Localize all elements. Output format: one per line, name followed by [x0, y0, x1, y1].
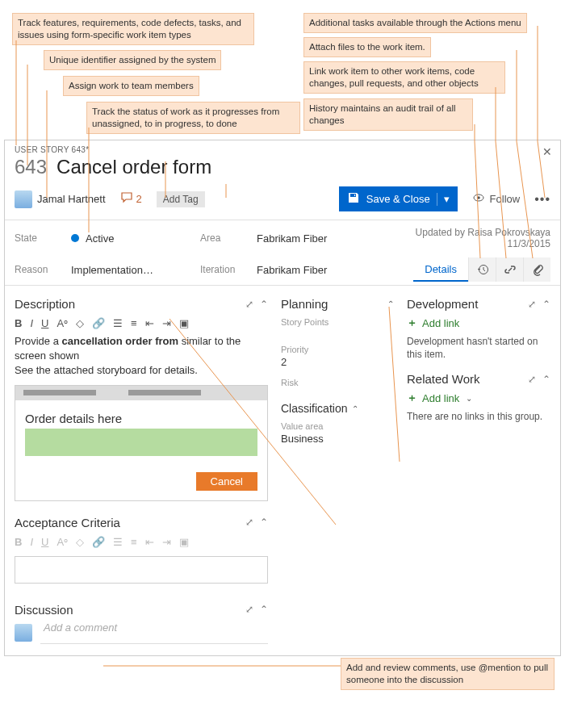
- outdent-icon: ⇤: [145, 536, 154, 548]
- comment-input[interactable]: Add a comment: [40, 621, 268, 644]
- indent-icon[interactable]: ⇥: [162, 317, 171, 329]
- chevron-up-icon[interactable]: ⌃: [352, 404, 358, 413]
- callout-comments: Add and review comments, use @mention to…: [341, 658, 555, 690]
- callout-status: Track the status of work as it progresse…: [86, 102, 300, 134]
- bulleted-list-icon: ☰: [113, 536, 123, 548]
- links-tab-icon[interactable]: [496, 257, 523, 282]
- follow-button[interactable]: Follow: [472, 191, 521, 207]
- state-label: State: [15, 232, 71, 244]
- eye-icon: [472, 191, 485, 207]
- expand-icon[interactable]: ⤢: [245, 299, 253, 310]
- chevron-up-icon[interactable]: ⌃: [260, 517, 268, 528]
- save-icon: [347, 191, 360, 207]
- acceptance-input[interactable]: [15, 556, 268, 584]
- value-area-value[interactable]: Business: [281, 433, 394, 445]
- risk-label: Risk: [281, 378, 394, 387]
- callout-assign: Assign work to team members: [63, 76, 199, 96]
- expand-icon[interactable]: ⤢: [245, 604, 253, 615]
- development-heading: Development: [407, 297, 528, 311]
- area-label: Area: [200, 232, 257, 244]
- rich-text-toolbar[interactable]: B I U Aᵒ ◇ 🔗 ☰ ≡ ⇤ ⇥ ▣: [15, 316, 268, 334]
- avatar: [15, 190, 32, 208]
- attachments-tab-icon[interactable]: [523, 257, 550, 282]
- reason-field[interactable]: Implementation…: [71, 264, 200, 276]
- work-item-form: USER STORY 643* ✕ 643 Cancel order form …: [4, 140, 561, 656]
- tab-details[interactable]: Details: [413, 258, 468, 282]
- bold-icon[interactable]: B: [15, 317, 22, 329]
- state-field[interactable]: Active: [71, 232, 200, 245]
- description-body[interactable]: Provide a cancellation order from simila…: [15, 334, 268, 379]
- link-icon: 🔗: [92, 536, 105, 548]
- plus-icon: ＋: [407, 391, 417, 405]
- clear-format-icon: ◇: [76, 536, 84, 548]
- mockup-cancel-button: Cancel: [196, 472, 257, 491]
- story-points-label: Story Points: [281, 317, 394, 327]
- updated-text: Updated by Raisa Pokrovskaya 11/3/2015: [386, 227, 550, 249]
- chevron-down-icon[interactable]: ⌄: [466, 394, 472, 403]
- value-area-label: Value area: [281, 421, 394, 431]
- bold-icon: B: [15, 536, 22, 548]
- assignee-picker[interactable]: Jamal Hartnett: [15, 190, 106, 208]
- reason-label: Reason: [15, 264, 71, 275]
- chevron-up-icon[interactable]: ⌃: [387, 299, 394, 308]
- work-item-title[interactable]: Cancel order form: [56, 156, 211, 178]
- actions-menu[interactable]: •••: [534, 192, 550, 207]
- add-link-button[interactable]: ＋ Add link: [407, 316, 550, 330]
- priority-label: Priority: [281, 345, 394, 354]
- work-item-id: 643: [15, 156, 47, 178]
- chevron-up-icon[interactable]: ⌃: [542, 299, 550, 310]
- expand-icon[interactable]: ⤢: [528, 299, 536, 310]
- underline-icon[interactable]: U: [41, 317, 48, 329]
- add-link-button[interactable]: ＋ Add link ⌄: [407, 391, 550, 405]
- rich-text-toolbar-disabled: B I U Aᵒ ◇ 🔗 ☰ ≡ ⇤ ⇥ ▣: [15, 534, 268, 553]
- expand-icon[interactable]: ⤢: [245, 517, 253, 528]
- image-icon: ▣: [179, 536, 189, 548]
- italic-icon[interactable]: I: [30, 317, 33, 329]
- work-item-type: USER STORY 643*: [15, 145, 550, 154]
- area-field[interactable]: Fabrikam Fiber: [257, 232, 386, 245]
- discussion-count[interactable]: 2: [120, 191, 142, 207]
- add-tag-button[interactable]: Add Tag: [157, 191, 205, 207]
- image-icon[interactable]: ▣: [179, 317, 189, 329]
- assignee-name: Jamal Hartnett: [37, 193, 106, 205]
- expand-icon[interactable]: ⤢: [528, 374, 536, 385]
- save-close-button[interactable]: Save & Close ▾: [339, 186, 458, 211]
- callout-actions: Additional tasks available through the A…: [303, 13, 527, 33]
- close-icon[interactable]: ✕: [542, 145, 552, 158]
- iteration-label: Iteration: [200, 264, 257, 275]
- svg-point-18: [477, 196, 480, 199]
- link-icon[interactable]: 🔗: [92, 317, 105, 329]
- embedded-mockup: Order details here Cancel: [15, 385, 268, 501]
- outdent-icon[interactable]: ⇤: [145, 317, 154, 329]
- callout-item-types: Track features, requirements, code defec…: [12, 13, 254, 45]
- indent-icon: ⇥: [162, 536, 171, 548]
- callout-id: Unique identifier assigned by the system: [44, 50, 221, 70]
- planning-heading: Planning: [281, 297, 387, 311]
- numbered-list-icon[interactable]: ≡: [131, 317, 137, 329]
- chevron-up-icon[interactable]: ⌃: [260, 604, 268, 615]
- discussion-heading: Discussion: [15, 603, 245, 617]
- callout-history: History maintains an audit trail of all …: [303, 98, 473, 131]
- clear-format-icon[interactable]: ◇: [76, 317, 84, 329]
- italic-icon: I: [30, 536, 33, 548]
- underline-icon: U: [41, 536, 48, 548]
- chevron-up-icon[interactable]: ⌃: [260, 299, 268, 310]
- priority-value[interactable]: 2: [281, 356, 394, 368]
- related-heading: Related Work: [407, 372, 528, 386]
- numbered-list-icon: ≡: [131, 536, 137, 548]
- classification-heading: Classification: [281, 402, 347, 415]
- mockup-title: Order details here: [25, 412, 257, 425]
- plus-icon: ＋: [407, 316, 417, 330]
- font-icon[interactable]: Aᵒ: [56, 317, 68, 329]
- related-empty: There are no links in this group.: [407, 410, 550, 423]
- acceptance-heading: Acceptance Criteria: [15, 516, 245, 529]
- iteration-field[interactable]: Fabrikam Fiber: [257, 264, 386, 276]
- chevron-up-icon[interactable]: ⌃: [542, 374, 550, 385]
- chevron-down-icon[interactable]: ▾: [444, 193, 450, 205]
- font-icon: Aᵒ: [56, 536, 68, 548]
- history-tab-icon[interactable]: [468, 257, 496, 282]
- description-heading: Description: [15, 297, 245, 311]
- callout-attach: Attach files to the work item.: [303, 37, 431, 57]
- callout-links: Link work item to other work items, code…: [303, 61, 505, 94]
- bulleted-list-icon[interactable]: ☰: [113, 317, 123, 329]
